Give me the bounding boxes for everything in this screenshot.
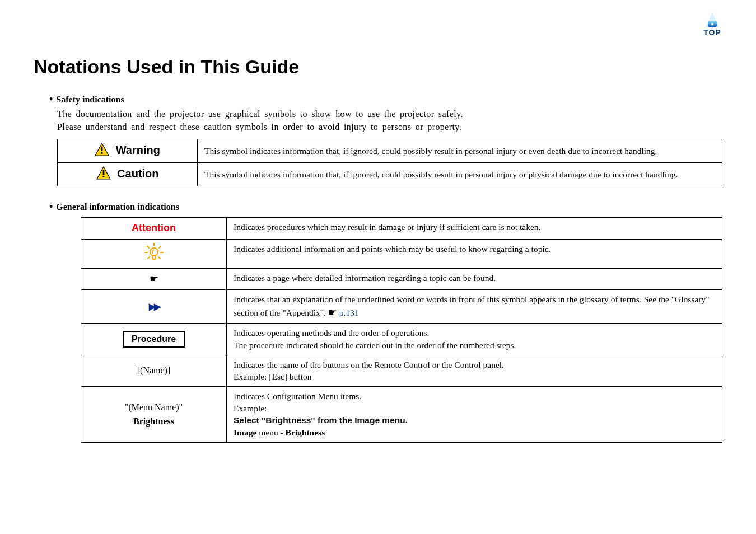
pointing-hand-icon: ☛: [328, 307, 337, 318]
safety-heading: Safety indications: [49, 93, 722, 105]
svg-line-12: [158, 257, 160, 259]
svg-point-1: [711, 23, 713, 25]
procedure-cell: Procedure: [81, 324, 227, 355]
menu-desc: Indicates Configuration Menu items. Exam…: [227, 387, 722, 443]
table-row: [(Name)] Indicates the name of the butto…: [81, 355, 722, 386]
general-heading: General information indications: [49, 201, 722, 213]
table-row: ▶▶ Indicates that an explanation of the …: [81, 290, 722, 324]
menu-line3: Select "Brightness" from the Image menu.: [234, 414, 715, 427]
page-ref-cell: ☛: [81, 269, 227, 290]
name-line1: Indicates the name of the buttons on the…: [234, 359, 715, 371]
attention-cell: Attention: [81, 218, 227, 239]
logo-text: TOP: [702, 28, 722, 37]
menu-line4: Image menu - Brightness: [234, 427, 715, 439]
caution-label: Caution: [117, 167, 158, 180]
warning-triangle-icon: [95, 143, 109, 159]
svg-rect-2: [101, 147, 103, 151]
name-line2: Example: [Esc] button: [234, 371, 715, 383]
page-title: Notations Used in This Guide: [34, 56, 722, 78]
svg-rect-3: [101, 152, 103, 154]
caution-label-cell: Caution: [58, 163, 198, 186]
name-cell: [(Name)]: [81, 355, 227, 386]
attention-desc: Indicates procedures which may result in…: [227, 218, 722, 239]
top-logo: TOP: [702, 11, 722, 37]
svg-rect-4: [102, 170, 104, 175]
table-row: Procedure Indicates operating methods an…: [81, 324, 722, 355]
page-ref-desc: Indicates a page where detailed informat…: [227, 269, 722, 290]
menu-line4-b: menu -: [256, 428, 285, 437]
name-desc: Indicates the name of the buttons on the…: [227, 355, 722, 386]
safety-table: Warning This symbol indicates informatio…: [57, 139, 722, 186]
warning-label-cell: Warning: [58, 139, 198, 163]
table-row: "(Menu Name)" Brightness Indicates Confi…: [81, 387, 722, 443]
tip-desc: Indicates additional information and poi…: [227, 239, 722, 269]
glossary-link[interactable]: p.131: [339, 308, 359, 317]
svg-line-7: [147, 246, 149, 248]
safety-intro-2: Please understand and respect these caut…: [57, 120, 722, 133]
table-row: Attention Indicates procedures which may…: [81, 218, 722, 239]
table-row: ☛ Indicates a page where detailed inform…: [81, 269, 722, 290]
menu-line4-c: Brightness: [286, 428, 325, 437]
caution-triangle-icon: [96, 166, 111, 182]
glossary-desc: Indicates that an explanation of the und…: [227, 290, 722, 324]
projector-icon: [702, 11, 722, 28]
info-table: Attention Indicates procedures which may…: [81, 217, 722, 442]
svg-rect-5: [102, 176, 104, 177]
glossary-text: Indicates that an explanation of the und…: [234, 294, 709, 317]
safety-intro-1: The documentation and the projector use …: [57, 107, 722, 120]
name-label: [(Name)]: [137, 366, 171, 375]
menu-label1: "(Menu Name)": [88, 400, 220, 415]
procedure-label: Procedure: [123, 331, 185, 348]
fast-forward-icon: ▶▶: [149, 302, 159, 311]
pointing-hand-icon: ☛: [150, 273, 158, 284]
svg-point-13: [150, 248, 158, 256]
caution-desc: This symbol indicates information that, …: [198, 163, 722, 186]
procedure-line2: The procedure indicated should be carrie…: [234, 339, 715, 352]
table-row: Warning This symbol indicates informatio…: [58, 139, 722, 163]
menu-cell: "(Menu Name)" Brightness: [81, 387, 227, 443]
menu-label2: Brightness: [88, 414, 220, 429]
glossary-cell: ▶▶: [81, 290, 227, 324]
warning-desc: This symbol indicates information that, …: [198, 139, 722, 163]
menu-line1: Indicates Configuration Menu items.: [234, 390, 715, 402]
procedure-desc: Indicates operating methods and the orde…: [227, 324, 722, 355]
menu-line4-a: Image: [234, 428, 256, 437]
svg-line-11: [148, 257, 150, 259]
lightbulb-icon: [144, 254, 164, 264]
svg-line-8: [159, 246, 161, 248]
table-row: Indicates additional information and poi…: [81, 239, 722, 269]
procedure-line1: Indicates operating methods and the orde…: [234, 327, 715, 339]
warning-label: Warning: [116, 144, 160, 156]
menu-line2: Example:: [234, 402, 715, 415]
attention-label: Attention: [132, 222, 176, 233]
tip-cell: [81, 239, 227, 269]
table-row: Caution This symbol indicates informatio…: [58, 163, 722, 186]
